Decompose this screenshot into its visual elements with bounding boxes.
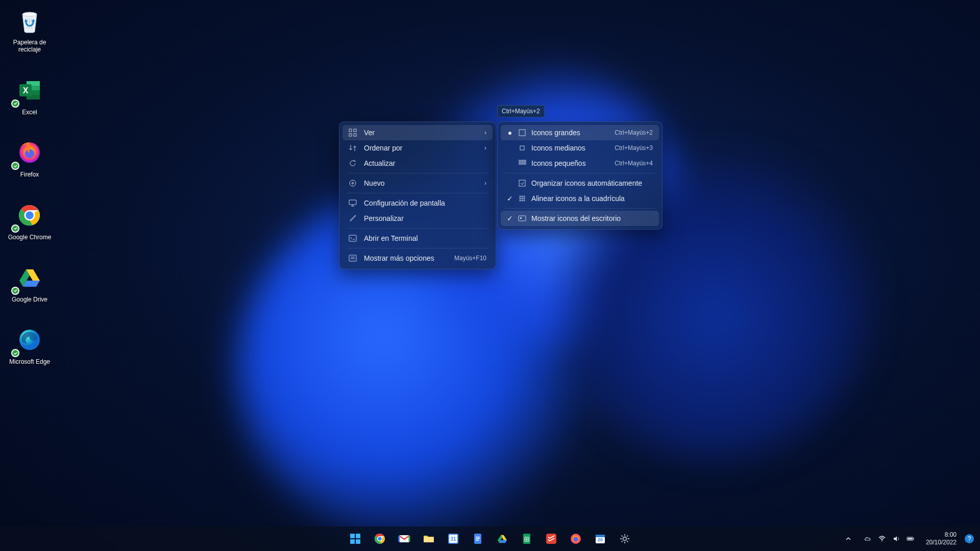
desktop-icon-drive[interactable]: Google Drive	[4, 261, 55, 303]
context-item-personalizar[interactable]: Personalizar	[342, 211, 493, 226]
more-icon	[349, 254, 357, 262]
plus-icon	[349, 179, 357, 187]
submenu-item-show-desktop-icons[interactable]: ✓ Mostrar iconos del escritorio	[501, 211, 659, 226]
svg-rect-41	[424, 537, 434, 542]
chevron-right-icon: ›	[484, 144, 486, 152]
tray-overflow-button[interactable]	[841, 529, 855, 549]
check-icon: ✓	[507, 214, 513, 222]
sync-badge-icon	[11, 162, 19, 170]
taskbar-app-gdocs[interactable]	[468, 529, 488, 549]
submenu-item-auto-arrange[interactable]: Organizar iconos automáticamente	[501, 176, 659, 191]
check-icon: ✓	[507, 194, 513, 203]
context-item-label: Personalizar	[364, 214, 486, 222]
shortcut-label: Mayús+F10	[454, 255, 486, 262]
svg-rect-26	[524, 160, 526, 162]
taskbar-app-todoist[interactable]	[541, 529, 561, 549]
svg-text:X: X	[23, 86, 29, 95]
taskbar-app-explorer[interactable]	[419, 529, 439, 549]
separator	[347, 248, 488, 248]
excel-icon: X	[13, 74, 46, 107]
desktop-icon-label: Microsoft Edge	[9, 358, 50, 365]
context-item-label: Mostrar más opciones	[364, 254, 447, 262]
start-button[interactable]	[345, 529, 365, 549]
desktop-icon-edge[interactable]: Microsoft Edge	[4, 323, 55, 365]
auto-arrange-icon	[518, 179, 526, 187]
taskbar-app-gsheets[interactable]	[517, 529, 537, 549]
svg-rect-29	[524, 163, 526, 164]
separator	[347, 173, 488, 173]
desktop-icon-label: Google Drive	[12, 296, 47, 303]
taskbar-app-firefox[interactable]	[566, 529, 586, 549]
context-item-display-settings[interactable]: Configuración de pantalla	[342, 195, 493, 211]
submenu-item-label: Alinear iconos a la cuadrícula	[531, 194, 653, 203]
svg-rect-46	[476, 538, 480, 539]
taskbar-app-settings[interactable]	[615, 529, 635, 549]
svg-rect-35	[350, 539, 355, 544]
desktop-icon-excel[interactable]: X Excel	[4, 74, 55, 116]
svg-point-0	[22, 12, 37, 16]
svg-rect-17	[354, 134, 356, 136]
svg-rect-21	[349, 255, 356, 261]
shortcut-label: Ctrl+Mayús+2	[615, 129, 653, 136]
taskbar-center: 31 20	[345, 529, 635, 549]
svg-rect-14	[349, 129, 352, 132]
taskbar-clock[interactable]: 8:00 20/10/2022	[923, 531, 960, 546]
drive-icon	[13, 261, 46, 294]
edge-icon	[13, 323, 46, 356]
chevron-right-icon: ›	[484, 180, 486, 187]
context-item-ordenar[interactable]: Ordenar por ›	[342, 140, 493, 156]
separator	[347, 228, 488, 229]
terminal-icon	[349, 234, 357, 242]
desktop-icon-label: Excel	[22, 109, 37, 116]
desktop-icon-label: Google Chrome	[8, 234, 52, 241]
wifi-tray-icon[interactable]	[878, 535, 886, 543]
svg-rect-23	[520, 146, 524, 150]
submenu-item-align-grid[interactable]: ✓ Alinear iconos a la cuadrícula	[501, 191, 659, 206]
taskbar-app-gcalendar[interactable]: 31	[443, 529, 463, 549]
battery-tray-icon[interactable]	[906, 535, 915, 543]
desktop-icon-label: Papelera de reciclaje	[4, 39, 55, 54]
submenu-item-label: Iconos medianos	[531, 144, 609, 152]
desktop-icon-grid: Papelera de reciclaje X Excel Firefox Go…	[4, 4, 55, 386]
context-item-actualizar[interactable]: Actualizar	[342, 156, 493, 171]
svg-rect-45	[476, 537, 480, 538]
taskbar: 31 20 8:00 20/10/2022 ?	[0, 527, 980, 551]
desktop-icon-firefox[interactable]: Firefox	[4, 136, 55, 178]
separator	[505, 208, 655, 209]
taskbar-app-chrome[interactable]	[370, 529, 390, 549]
clock-date: 20/10/2022	[926, 539, 957, 546]
context-item-ver[interactable]: Ver ›	[342, 125, 493, 140]
sort-icon	[349, 144, 357, 152]
shortcut-label: Ctrl+Mayús+3	[615, 144, 653, 152]
show-desktop-icon	[518, 214, 526, 222]
submenu-item-iconos-pequenos[interactable]: Iconos pequeños Ctrl+Mayús+4	[501, 156, 659, 171]
volume-tray-icon[interactable]	[892, 535, 900, 543]
context-item-terminal[interactable]: Abrir en Terminal	[342, 231, 493, 246]
desktop-icon-recycle-bin[interactable]: Papelera de reciclaje	[4, 4, 55, 54]
taskbar-app-calendar2[interactable]: 20	[590, 529, 610, 549]
context-item-label: Abrir en Terminal	[364, 234, 486, 242]
svg-rect-24	[519, 160, 521, 162]
sync-badge-icon	[11, 349, 19, 357]
svg-text:31: 31	[450, 536, 456, 542]
submenu-item-iconos-grandes[interactable]: ● Iconos grandes Ctrl+Mayús+2	[501, 125, 659, 140]
brush-icon	[349, 214, 357, 222]
svg-rect-34	[356, 534, 360, 538]
onedrive-tray-icon[interactable]	[864, 535, 872, 543]
desktop-icon-chrome[interactable]: Google Chrome	[4, 199, 55, 241]
context-item-more-options[interactable]: Mostrar más opciones Mayús+F10	[342, 251, 493, 266]
context-item-nuevo[interactable]: Nuevo ›	[342, 176, 493, 191]
context-item-label: Ver	[364, 129, 477, 137]
sync-badge-icon	[11, 287, 19, 295]
submenu-item-label: Iconos grandes	[531, 129, 609, 137]
taskbar-app-gdrive[interactable]	[492, 529, 512, 549]
submenu-item-iconos-medianos[interactable]: Iconos medianos Ctrl+Mayús+3	[501, 140, 659, 156]
help-badge[interactable]: ?	[965, 534, 974, 543]
context-item-label: Nuevo	[364, 179, 477, 187]
svg-rect-36	[356, 539, 360, 544]
taskbar-app-gmail[interactable]	[394, 529, 414, 549]
svg-rect-33	[350, 534, 355, 538]
context-item-label: Actualizar	[364, 159, 486, 167]
svg-point-52	[574, 537, 578, 542]
display-icon	[349, 199, 357, 207]
